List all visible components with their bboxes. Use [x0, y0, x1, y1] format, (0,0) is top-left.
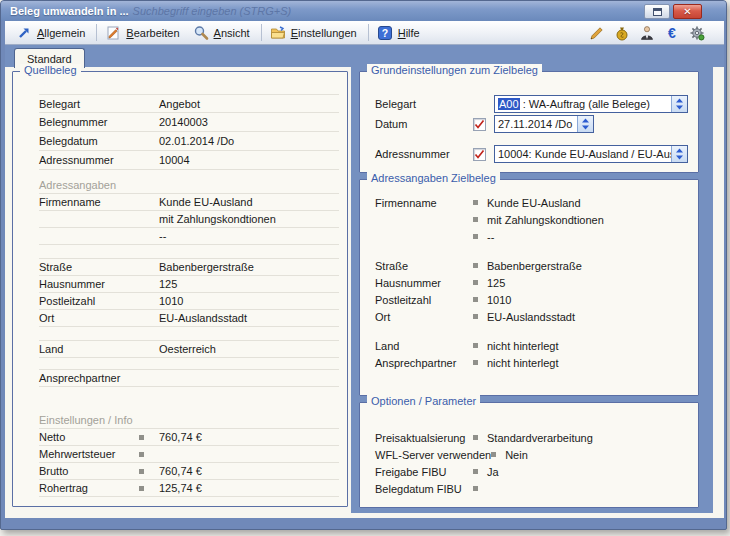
field-value: Nein: [505, 449, 688, 461]
bullet-icon: [473, 360, 478, 365]
section-header-adressangaben: Adressangaben: [39, 176, 339, 194]
field-row: Rohertrag 125,74 €: [39, 480, 339, 497]
field-row: Belegart Angebot: [39, 94, 339, 113]
bullet-icon: [473, 314, 478, 319]
menu-item-ansicht[interactable]: Ansicht: [188, 23, 258, 43]
field-value: nicht hinterlegt: [487, 357, 688, 369]
adressnummer-combobox[interactable]: 10004: Kunde EU-Ausland / EU-Auslandssta…: [494, 145, 688, 163]
section-header-einstellungen-info: Einstellungen / Info: [39, 411, 339, 429]
selected-text: A00: [498, 98, 520, 110]
menu-separator: [368, 24, 369, 41]
field-row: Freigabe FIBU Ja: [375, 463, 688, 480]
bullet-icon: [473, 280, 478, 285]
field-row: Preisaktualsierung Standardverarbeitung: [375, 429, 688, 446]
belegart-combobox[interactable]: A00 : WA-Auftrag (alle Belege): [494, 95, 688, 113]
field-value: nicht hinterlegt: [487, 340, 688, 352]
gear-icon[interactable]: [688, 24, 706, 42]
app-window: Beleg umwandeln in ... Suchbegriff einge…: [0, 0, 727, 530]
field-value: Babenbergerstraße: [159, 261, 339, 273]
row-spacer: [375, 245, 688, 257]
field-row: Land nicht hinterlegt: [375, 337, 688, 354]
field-label: Hausnummer: [39, 278, 139, 290]
page: Standard Quellbeleg Belegart Angebot Bel…: [5, 45, 724, 518]
adressnummer-checkbox[interactable]: [473, 148, 486, 161]
field-value: 02.01.2014 /Do: [159, 135, 339, 147]
field-row: Firmenname Kunde EU-Ausland: [375, 194, 688, 211]
help-icon: ?: [377, 25, 393, 41]
money-bag-icon[interactable]: [613, 24, 631, 42]
field-row: Netto 760,74 €: [39, 429, 339, 446]
person-icon[interactable]: [638, 24, 656, 42]
toolbar-right: €: [588, 24, 718, 42]
field-value: --: [487, 231, 688, 243]
field-label: Belegdatum: [39, 135, 139, 147]
menu-item-hilfe[interactable]: ? Hilfe: [372, 23, 428, 43]
title-bar: Beleg umwandeln in ... Suchbegriff einge…: [1, 1, 726, 21]
bullet-icon: [473, 435, 478, 440]
form-row-adressnummer: Adressnummer 10004: Kunde EU-Ausland / E…: [375, 144, 688, 164]
menu-item-einstellungen[interactable]: Einstellungen: [265, 23, 365, 43]
field-row: Hausnummer 125: [375, 274, 688, 291]
field-label: Land: [375, 340, 473, 352]
field-row: --: [375, 228, 688, 245]
field-row: Postleitzahl 1010: [375, 291, 688, 308]
field-label: Straße: [375, 260, 473, 272]
panel-legend: Adressangaben Zielbeleg: [367, 172, 500, 184]
field-label: Firmenname: [375, 197, 473, 209]
edit-tool-icon: [105, 25, 121, 41]
spinner-icon[interactable]: [577, 116, 593, 132]
spinner-icon[interactable]: [671, 146, 687, 162]
field-row: mit Zahlungskondtionen: [375, 211, 688, 228]
field-row: Ort EU-Auslandsstadt: [375, 308, 688, 325]
field-value: Babenbergerstraße: [487, 260, 688, 272]
field-label: Belegart: [39, 98, 139, 110]
datum-field[interactable]: 27.11.2014 /Do: [494, 115, 594, 133]
field-value: EU-Auslandsstadt: [159, 312, 339, 324]
field-row: Belegdatum FIBU: [375, 480, 688, 497]
bullet-icon: [473, 263, 478, 268]
field-value: mit Zahlungskondtionen: [487, 214, 688, 226]
bullet-icon: [139, 452, 144, 457]
menu-item-bearbeiten[interactable]: Bearbeiten: [100, 23, 187, 43]
titlebar-search-hint[interactable]: Suchbegriff eingeben (STRG+S): [133, 5, 292, 17]
pen-icon[interactable]: [588, 24, 606, 42]
arrow-up-right-icon: [16, 25, 32, 41]
datum-checkbox[interactable]: [473, 118, 486, 131]
euro-icon[interactable]: €: [663, 24, 681, 42]
restore-button[interactable]: [644, 4, 670, 19]
restore-icon: [653, 8, 662, 16]
field-row: Ansprechpartner: [39, 370, 339, 387]
field-label: Datum: [375, 118, 473, 130]
row-spacer: [39, 245, 339, 259]
field-row: --: [39, 228, 339, 245]
menu-label: Einstellungen: [291, 27, 357, 39]
spinner-icon[interactable]: [671, 96, 687, 112]
menu-label: Bearbeiten: [126, 27, 179, 39]
field-label: Freigabe FIBU: [375, 466, 473, 478]
panel-quellbeleg: Quellbeleg Belegart Angebot Belegnummer …: [12, 71, 348, 507]
field-label: Netto: [39, 431, 139, 443]
menu-label: Hilfe: [398, 27, 420, 39]
bullet-icon: [473, 200, 478, 205]
bullet-icon: [473, 469, 478, 474]
panel-adressangaben-zielbeleg: Adressangaben Zielbeleg Firmenname Kunde…: [359, 179, 699, 396]
magnifier-icon: [193, 25, 209, 41]
field-row: Postleitzahl 1010: [39, 293, 339, 310]
field-label: Belegnummer: [39, 116, 139, 128]
field-row: Belegdatum 02.01.2014 /Do: [39, 132, 339, 151]
field-row: Hausnummer 125: [39, 276, 339, 293]
field-label: Firmenname: [39, 196, 139, 208]
field-label: Belegart: [375, 98, 473, 110]
row-spacer: [375, 325, 688, 337]
field-label: Adressnummer: [39, 154, 139, 166]
panel-optionen-parameter: Optionen / Parameter Preisaktualsierung …: [359, 402, 699, 508]
menu-item-allgemein[interactable]: Allgemein: [11, 23, 93, 43]
bullet-icon: [491, 452, 496, 457]
field-value: EU-Auslandsstadt: [487, 311, 688, 323]
field-label: Adressnummer: [375, 148, 473, 160]
field-label: Postleitzahl: [39, 295, 139, 307]
close-button[interactable]: ✕: [673, 4, 702, 19]
field-label: Mehrwertsteuer: [39, 448, 139, 460]
folder-icon: [270, 25, 286, 41]
bullet-icon: [139, 435, 144, 440]
